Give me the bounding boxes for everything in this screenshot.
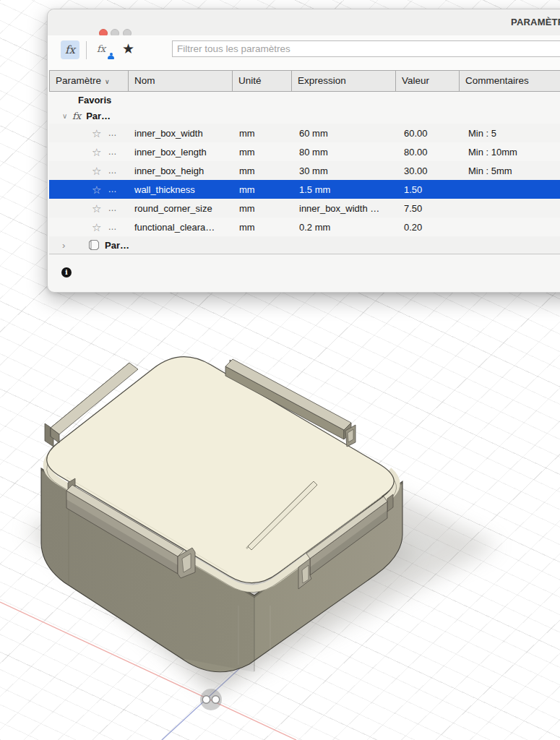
favorite-star-icon[interactable]: ☆	[92, 184, 101, 195]
param-unit[interactable]: mm	[233, 222, 293, 233]
param-expression[interactable]: 30 mm	[293, 165, 398, 176]
dialog-toolbar: fx fx ★	[48, 35, 560, 70]
row-actions: ☆…	[49, 203, 129, 214]
favorite-star-icon[interactable]: ☆	[92, 147, 101, 158]
group-row-user-parameters[interactable]: ∨ fx Par…	[49, 108, 560, 124]
add-user-parameter-button[interactable]: fx	[97, 42, 116, 59]
parameters-dialog: PARAMÈTRES fx fx ★ Paramètre∨NomUnitéExp…	[47, 9, 560, 293]
column-header-expression[interactable]: Expression	[291, 70, 396, 92]
chevron-down-icon: ∨	[105, 78, 110, 85]
param-expression[interactable]: inner_box_width …	[293, 203, 398, 214]
group-row-model-parameters[interactable]: › Par…	[49, 236, 560, 254]
param-name[interactable]: inner_box_length	[129, 147, 233, 158]
param-name[interactable]: functional_cleara…	[129, 222, 233, 233]
table-row-inner_box_heigh[interactable]: ☆…inner_box_heighmm30 mm30.00Min : 5mm	[49, 161, 560, 180]
row-actions: ☆…	[49, 222, 129, 233]
param-name[interactable]: wall_thickness	[129, 184, 233, 195]
info-icon[interactable]: i	[61, 267, 72, 278]
column-header-paramètre[interactable]: Paramètre∨	[49, 70, 129, 92]
dialog-titlebar[interactable]: PARAMÈTRES	[48, 9, 560, 36]
param-value[interactable]: 60.00	[398, 128, 462, 139]
param-value[interactable]: 30.00	[398, 165, 462, 176]
row-more-icon[interactable]: …	[108, 128, 117, 138]
param-expression[interactable]: 60 mm	[293, 128, 398, 139]
param-unit[interactable]: mm	[233, 184, 293, 195]
user-badge-icon	[108, 53, 114, 59]
favorite-star-icon[interactable]: ☆	[92, 203, 101, 214]
param-comment[interactable]: Min : 5	[462, 128, 560, 139]
param-unit[interactable]: mm	[233, 128, 293, 139]
param-expression[interactable]: 80 mm	[293, 147, 398, 158]
param-value[interactable]: 7.50	[398, 203, 462, 214]
dialog-title: PARAMÈTRES	[511, 17, 560, 27]
row-more-icon[interactable]: …	[108, 184, 117, 194]
row-more-icon[interactable]: …	[108, 165, 117, 176]
param-expression[interactable]: 0.2 mm	[293, 222, 398, 233]
param-unit[interactable]: mm	[233, 147, 293, 158]
param-value[interactable]: 1.50	[398, 184, 462, 195]
favorite-star-icon[interactable]: ☆	[92, 222, 101, 233]
fx-parameter-button[interactable]: fx	[61, 40, 79, 59]
row-more-icon[interactable]: …	[108, 203, 117, 213]
favorite-star-icon[interactable]: ☆	[92, 165, 101, 176]
favorites-star-icon[interactable]: ★	[122, 40, 134, 59]
row-more-icon[interactable]: …	[108, 222, 117, 232]
table-row-round_corner_size[interactable]: ☆…round_corner_sizemminner_box_width …7.…	[49, 199, 560, 218]
cube-icon	[88, 239, 100, 251]
table-row-wall_thickness[interactable]: ☆…wall_thicknessmm1.5 mm1.50	[49, 180, 560, 199]
table-row-inner_box_width[interactable]: ☆…inner_box_widthmm60 mm60.00Min : 5	[49, 124, 560, 142]
param-name[interactable]: inner_box_heigh	[129, 165, 233, 176]
chevron-down-icon[interactable]: ∨	[62, 112, 72, 120]
row-actions: ☆…	[49, 165, 129, 176]
row-actions: ☆…	[49, 147, 129, 158]
param-value[interactable]: 80.00	[398, 147, 462, 158]
table-header-row: Paramètre∨NomUnitéExpressionValeurCommen…	[49, 70, 560, 92]
column-header-nom[interactable]: Nom	[128, 70, 233, 92]
chevron-right-icon[interactable]: ›	[62, 240, 72, 251]
column-header-commentaires[interactable]: Commentaires	[459, 70, 560, 92]
param-comment[interactable]: Min : 10mm	[462, 147, 560, 158]
column-header-unité[interactable]: Unité	[232, 70, 292, 92]
param-name[interactable]: round_corner_size	[129, 203, 233, 214]
fx-user-icon: fx	[97, 43, 105, 54]
table-row-inner_box_length[interactable]: ☆…inner_box_lengthmm80 mm80.00Min : 10mm	[49, 142, 560, 161]
param-value[interactable]: 0.20	[398, 222, 462, 233]
param-comment[interactable]: Min : 5mm	[462, 165, 560, 176]
filter-input[interactable]	[172, 40, 560, 57]
row-more-icon[interactable]: …	[108, 147, 117, 157]
parameters-table: Paramètre∨NomUnitéExpressionValeurCommen…	[49, 70, 560, 254]
table-row-functional_cleara[interactable]: ☆…functional_cleara…mm0.2 mm0.20	[49, 218, 560, 236]
param-expression[interactable]: 1.5 mm	[293, 184, 398, 195]
origin-marker-icon[interactable]	[200, 689, 222, 710]
param-name[interactable]: inner_box_width	[129, 128, 233, 139]
toolbar-separator	[86, 41, 87, 59]
favorites-section-label[interactable]: Favoris	[49, 92, 560, 108]
fx-icon: fx	[65, 43, 75, 56]
param-unit[interactable]: mm	[233, 165, 293, 176]
favorite-star-icon[interactable]: ☆	[92, 128, 101, 139]
fx-icon: fx	[72, 111, 81, 121]
param-unit[interactable]: mm	[233, 203, 293, 214]
column-header-valeur[interactable]: Valeur	[395, 70, 460, 92]
row-actions: ☆…	[49, 128, 129, 139]
row-actions: ☆…	[49, 184, 129, 195]
